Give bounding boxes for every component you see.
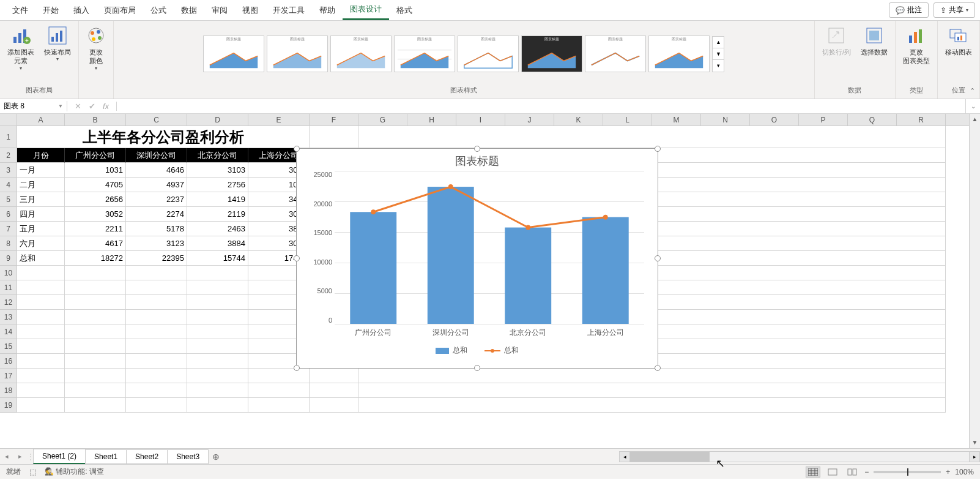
view-page-break-button[interactable]	[845, 467, 859, 478]
cell[interactable]: 1419	[187, 192, 248, 207]
row-header-19[interactable]: 19	[0, 398, 17, 413]
style-gallery-down[interactable]: ▼	[713, 48, 724, 60]
select-data-button[interactable]: 选择数据	[857, 23, 891, 59]
cell[interactable]: 2211	[65, 222, 126, 236]
menu-help[interactable]: 帮助	[312, 1, 343, 20]
sheet-tab-1[interactable]: Sheet1	[85, 449, 127, 464]
chart-style-4[interactable]: 图表标题	[394, 36, 455, 72]
cell[interactable]: 一月	[17, 163, 65, 178]
sheet-tab-0[interactable]: Sheet1 (2)	[33, 449, 86, 464]
cell[interactable]: 2463	[187, 222, 248, 236]
cell[interactable]: 2119	[187, 207, 248, 222]
cell[interactable]: 总和	[17, 251, 65, 266]
change-colors-button[interactable]: 更改 颜色▾	[83, 23, 110, 74]
cell[interactable]: 3123	[126, 236, 187, 251]
quick-layout-button[interactable]: 快速布局▾	[40, 23, 75, 66]
chart-style-5[interactable]: 图表标题	[458, 36, 519, 72]
cell[interactable]: 3103	[187, 163, 248, 178]
col-header-O[interactable]: O	[750, 114, 799, 126]
zoom-level[interactable]: 100%	[955, 468, 974, 476]
row-header-3[interactable]: 3	[0, 163, 17, 178]
chart-style-6[interactable]: 图表标题	[521, 36, 582, 72]
cell[interactable]: 2237	[126, 192, 187, 207]
col-header-K[interactable]: K	[554, 114, 603, 126]
chart-style-1[interactable]: 图表标题	[203, 36, 264, 72]
row-header-8[interactable]: 8	[0, 236, 17, 251]
col-header-L[interactable]: L	[603, 114, 652, 126]
cell[interactable]: 六月	[17, 236, 65, 251]
cell[interactable]: 2274	[126, 207, 187, 222]
menu-data[interactable]: 数据	[174, 1, 204, 20]
col-header-A[interactable]: A	[17, 114, 65, 126]
cell[interactable]: 4705	[65, 178, 126, 192]
row-header-13[interactable]: 13	[0, 310, 17, 324]
select-all-corner[interactable]	[0, 114, 17, 126]
th-guangzhou[interactable]: 广州分公司	[65, 148, 126, 163]
horizontal-scrollbar[interactable]	[630, 451, 969, 462]
cell[interactable]: 1031	[65, 163, 126, 178]
col-header-P[interactable]: P	[799, 114, 848, 126]
style-gallery-up[interactable]: ▲	[713, 37, 724, 48]
cell[interactable]: 22395	[126, 251, 187, 266]
hscroll-thumb[interactable]	[630, 452, 710, 462]
menu-insert[interactable]: 插入	[66, 1, 97, 20]
col-header-B[interactable]: B	[65, 114, 126, 126]
col-header-J[interactable]: J	[505, 114, 554, 126]
row-header-18[interactable]: 18	[0, 383, 17, 398]
hscroll-left[interactable]: ◂	[619, 451, 630, 462]
view-normal-button[interactable]	[806, 467, 820, 478]
menu-view[interactable]: 视图	[235, 1, 265, 20]
formula-bar-expand[interactable]: ⌄	[965, 99, 980, 113]
chart-title[interactable]: 图表标题	[304, 154, 650, 168]
menu-file[interactable]: 文件	[5, 1, 35, 20]
row-header-15[interactable]: 15	[0, 339, 17, 354]
col-header-N[interactable]: N	[701, 114, 750, 126]
cell[interactable]: 二月	[17, 178, 65, 192]
col-header-I[interactable]: I	[456, 114, 505, 126]
col-header-C[interactable]: C	[126, 114, 187, 126]
row-header-7[interactable]: 7	[0, 222, 17, 236]
chart-style-8[interactable]: 图表标题	[648, 36, 710, 72]
col-header-H[interactable]: H	[407, 114, 456, 126]
chart-legend[interactable]: 总和 总和	[304, 345, 650, 356]
add-sheet-button[interactable]: ⊕	[208, 452, 224, 462]
cell[interactable]: 4646	[126, 163, 187, 178]
chart-style-7[interactable]: 图表标题	[585, 36, 646, 72]
move-chart-button[interactable]: 移动图表	[941, 23, 976, 59]
menu-format[interactable]: 格式	[389, 1, 420, 20]
row-header-17[interactable]: 17	[0, 369, 17, 383]
row-header-4[interactable]: 4	[0, 178, 17, 192]
row-header-9[interactable]: 9	[0, 251, 17, 266]
th-shenzhen[interactable]: 深圳分公司	[126, 148, 187, 163]
menu-chart-design[interactable]: 图表设计	[343, 0, 389, 20]
style-gallery-more[interactable]: ▾	[713, 60, 724, 72]
row-header-16[interactable]: 16	[0, 354, 17, 369]
col-header-G[interactable]: G	[358, 114, 407, 126]
cell[interactable]: 五月	[17, 222, 65, 236]
zoom-out-button[interactable]: −	[864, 468, 869, 476]
accept-formula-icon[interactable]: ✔	[89, 102, 95, 111]
row-header-2[interactable]: 2	[0, 148, 17, 163]
th-beijing[interactable]: 北京分公司	[187, 148, 248, 163]
cell[interactable]: 四月	[17, 207, 65, 222]
tab-nav-prev[interactable]: ▸	[13, 452, 27, 460]
add-chart-element-button[interactable]: + 添加图表 元素▾	[4, 23, 38, 74]
scroll-up-button[interactable]: ▲	[970, 114, 980, 125]
embedded-chart[interactable]: 图表标题 25000 20000 15000 10000 5000 0	[296, 148, 658, 369]
fx-icon[interactable]: fx	[103, 102, 109, 111]
menu-developer[interactable]: 开发工具	[265, 1, 312, 20]
cell[interactable]: 3052	[65, 207, 126, 222]
hscroll-right[interactable]: ▸	[969, 451, 980, 462]
cell[interactable]: 三月	[17, 192, 65, 207]
row-header-6[interactable]: 6	[0, 207, 17, 222]
cell[interactable]: 18272	[65, 251, 126, 266]
zoom-in-button[interactable]: +	[946, 468, 950, 476]
col-header-E[interactable]: E	[248, 114, 310, 126]
chart-style-3[interactable]: 图表标题	[330, 36, 392, 72]
cell[interactable]: 2756	[187, 178, 248, 192]
menu-formulas[interactable]: 公式	[143, 1, 174, 20]
menu-review[interactable]: 审阅	[204, 1, 235, 20]
view-page-layout-button[interactable]	[825, 467, 840, 478]
comments-button[interactable]: 💬批注	[889, 2, 929, 18]
col-header-M[interactable]: M	[652, 114, 701, 126]
